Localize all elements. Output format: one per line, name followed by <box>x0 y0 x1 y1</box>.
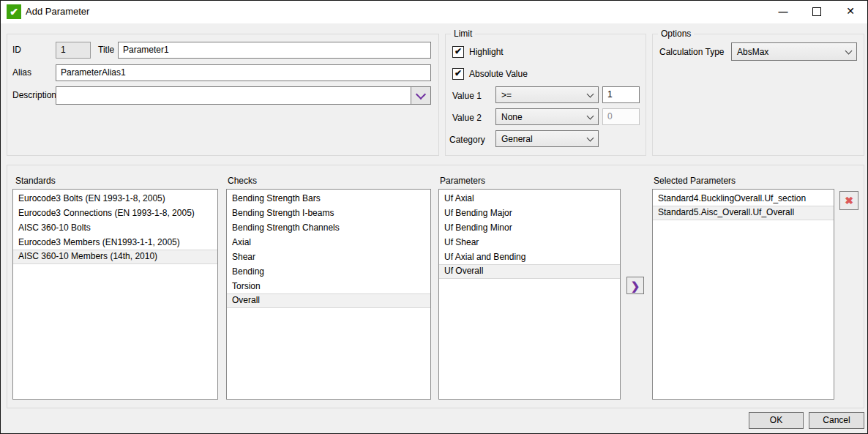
list-item[interactable]: Uf Bending Major <box>439 206 620 220</box>
options-group-label: Options <box>658 29 694 39</box>
list-item[interactable]: Standard5.Aisc_Overall.Uf_Overall <box>653 206 834 220</box>
checks-list[interactable]: Bending Strength BarsBending Strength I-… <box>226 189 431 400</box>
parameters-list[interactable]: Uf AxialUf Bending MajorUf Bending Minor… <box>438 189 621 400</box>
list-item[interactable]: Uf Shear <box>439 235 620 250</box>
value2-label: Value 2 <box>452 113 482 123</box>
absolute-value-checkbox-label[interactable]: Absolute Value <box>469 69 528 79</box>
maximize-button[interactable] <box>800 1 834 23</box>
list-item[interactable]: Bending Strength Channels <box>227 220 430 235</box>
id-field: 1 <box>56 42 91 59</box>
list-item[interactable]: AISC 360-10 Bolts <box>13 220 217 235</box>
category-label: Category <box>449 135 485 145</box>
remove-x-icon: ✖ <box>845 195 853 206</box>
checks-label: Checks <box>228 176 257 186</box>
value1-input[interactable]: 1 <box>602 86 640 103</box>
id-label: ID <box>12 45 21 55</box>
value1-label: Value 1 <box>452 91 482 101</box>
highlight-checkbox[interactable]: ✔ <box>452 46 464 58</box>
maximize-icon <box>812 7 821 16</box>
list-item[interactable]: Uf Overall <box>439 264 620 279</box>
app-check-icon: ✔ <box>7 4 21 19</box>
add-parameter-dialog: ✔ Add Parameter — ✕ ID 1 Title Parameter… <box>0 0 868 434</box>
list-item[interactable]: Eurocode3 Connections (EN 1993-1-8, 2005… <box>13 206 217 220</box>
list-item[interactable]: Overall <box>227 293 430 308</box>
list-item[interactable]: Uf Axial <box>439 191 620 206</box>
selected-parameters-list[interactable]: Standard4.BucklingOverall.Uf_sectionStan… <box>652 189 834 400</box>
chevron-down-icon <box>587 134 594 141</box>
ok-button[interactable]: OK <box>749 412 804 429</box>
list-item[interactable]: Bending Strength I-beams <box>227 206 430 220</box>
checkmark-icon: ✔ <box>453 47 463 56</box>
list-item[interactable]: Eurocode3 Members (EN1993-1-1, 2005) <box>13 235 217 250</box>
alias-field[interactable]: ParameterAlias1 <box>56 64 431 81</box>
title-field[interactable]: Parameter1 <box>118 42 431 59</box>
chevron-down-icon <box>587 112 594 119</box>
list-item[interactable]: Eurocode3 Bolts (EN 1993-1-8, 2005) <box>13 191 217 206</box>
calculation-type-value: AbsMax <box>737 47 768 57</box>
chevron-down-icon <box>587 90 594 97</box>
title-label: Title <box>98 45 114 55</box>
value2-input: 0 <box>602 108 640 125</box>
description-dropdown-button[interactable] <box>411 87 430 104</box>
list-item[interactable]: Shear <box>227 250 430 264</box>
standards-label: Standards <box>15 176 56 186</box>
category-select[interactable]: General <box>495 130 599 147</box>
minimize-button[interactable]: — <box>766 1 800 23</box>
list-item[interactable]: Bending <box>227 264 430 279</box>
description-label: Description <box>12 90 56 100</box>
selected-parameters-label: Selected Parameters <box>654 176 736 186</box>
list-item[interactable]: Uf Axial and Bending <box>439 250 620 264</box>
highlight-checkbox-label[interactable]: Highlight <box>469 47 504 57</box>
value1-operator-select[interactable]: >= <box>495 86 599 103</box>
category-value: General <box>501 134 533 144</box>
list-item[interactable]: Axial <box>227 235 430 250</box>
calculation-type-select[interactable]: AbsMax <box>731 42 857 61</box>
checkmark-icon: ✔ <box>453 69 463 78</box>
alias-label: Alias <box>12 67 31 78</box>
value2-operator-select[interactable]: None <box>495 108 599 125</box>
window-title: Add Parameter <box>26 6 89 17</box>
list-item[interactable]: Uf Bending Minor <box>439 220 620 235</box>
standards-list[interactable]: Eurocode3 Bolts (EN 1993-1-8, 2005)Euroc… <box>12 189 218 400</box>
list-item[interactable]: Torsion <box>227 279 430 293</box>
description-field[interactable] <box>56 86 431 105</box>
value2-operator-value: None <box>501 112 523 122</box>
title-bar[interactable]: ✔ Add Parameter — ✕ <box>1 1 867 23</box>
value1-operator-value: >= <box>501 90 512 100</box>
absolute-value-checkbox[interactable]: ✔ <box>452 68 464 80</box>
chevron-down-icon <box>845 47 853 54</box>
limit-group-label: Limit <box>451 29 475 39</box>
list-item[interactable]: Standard4.BucklingOverall.Uf_section <box>653 191 834 206</box>
arrow-right-icon: ❯ <box>631 280 640 291</box>
add-parameter-arrow-button[interactable]: ❯ <box>626 277 644 294</box>
remove-parameter-button[interactable]: ✖ <box>839 191 858 210</box>
calculation-type-label: Calculation Type <box>659 47 725 57</box>
list-item[interactable]: AISC 360-10 Members (14th, 2010) <box>13 250 217 264</box>
list-item[interactable]: Bending Strength Bars <box>227 191 430 206</box>
parameters-label: Parameters <box>440 176 485 186</box>
chevron-down-icon <box>416 89 426 99</box>
close-button[interactable]: ✕ <box>834 1 867 23</box>
cancel-button[interactable]: Cancel <box>809 412 864 429</box>
